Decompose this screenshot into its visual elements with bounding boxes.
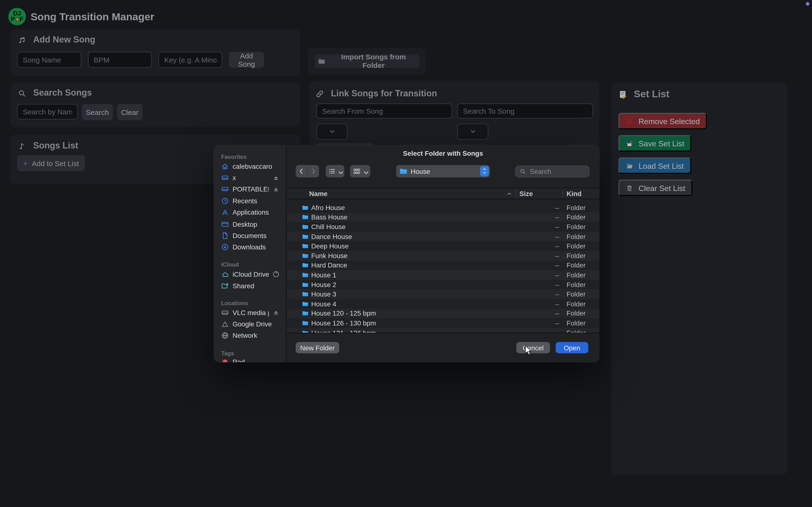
favorites-label: Favorites xyxy=(221,154,247,160)
import-songs-button[interactable]: Import Songs from Folder xyxy=(315,54,419,68)
song-name-input[interactable] xyxy=(17,52,82,68)
file-row[interactable]: Dance House -- Folder xyxy=(287,232,599,241)
sidebar-item[interactable]: calebvaccaro xyxy=(214,160,286,172)
eject-icon[interactable] xyxy=(272,174,280,181)
search-songs-panel: Search Songs Search Clear xyxy=(10,83,300,127)
file-kind: Folder xyxy=(566,319,586,327)
search-from-song-input[interactable] xyxy=(316,104,452,119)
dialog-footer: New Folder Cancel Open xyxy=(287,333,599,362)
file-name: House 1 xyxy=(311,271,337,279)
column-name[interactable]: Name xyxy=(309,190,327,198)
eject-icon[interactable] xyxy=(272,186,280,193)
file-name: Deep House xyxy=(311,242,349,250)
chevron-down-icon xyxy=(337,169,342,174)
sidebar-item[interactable]: Network xyxy=(214,330,286,342)
set-list-button[interactable]: Save Set List xyxy=(618,135,692,152)
file-row[interactable]: Afro House -- Folder xyxy=(287,203,599,213)
dialog-search-input[interactable] xyxy=(529,167,585,176)
file-row[interactable]: Hard Dance -- Folder xyxy=(287,261,599,270)
sidebar-item[interactable]: iCloud Drive xyxy=(214,269,286,280)
sidebar-item[interactable]: x xyxy=(214,172,286,183)
file-kind: Folder xyxy=(566,271,586,279)
sidebar-item[interactable]: Shared xyxy=(214,280,286,292)
set-list-button-icon xyxy=(626,184,633,192)
sidebar-item[interactable]: Google Drive xyxy=(214,319,286,330)
add-to-set-list-button[interactable]: + Add to Set List xyxy=(17,155,85,171)
location-popup[interactable]: House xyxy=(396,165,490,177)
popup-stepper-icon xyxy=(480,166,489,176)
new-folder-button[interactable]: New Folder xyxy=(296,342,339,353)
file-name: Afro House xyxy=(311,204,345,212)
dialog-title: Select Folder with Songs xyxy=(287,150,599,157)
sidebar-item[interactable]: PORTABLEB... xyxy=(214,183,286,195)
chevron-left-icon xyxy=(298,168,305,175)
bpm-input[interactable] xyxy=(88,52,152,68)
sidebar-item[interactable]: Documents xyxy=(214,230,286,241)
key-input[interactable] xyxy=(158,52,222,68)
set-list-button[interactable]: Clear Set List xyxy=(618,180,693,196)
sidebar-item-tag[interactable]: Red xyxy=(214,356,286,362)
sidebar-item[interactable]: Desktop xyxy=(214,218,286,230)
sidebar-item[interactable]: Downloads xyxy=(214,241,286,253)
add-new-song-heading: Add New Song xyxy=(33,35,95,45)
search-to-song-input[interactable] xyxy=(457,104,593,119)
location-popup-value: House xyxy=(411,167,480,175)
sidebar-item[interactable]: VLC media pl... xyxy=(214,307,286,319)
sidebar-item[interactable]: Recents xyxy=(214,195,286,207)
file-row[interactable]: Deep House -- Folder xyxy=(287,241,599,251)
chevron-down-icon xyxy=(329,128,336,135)
file-kind: Folder xyxy=(566,232,586,240)
search-by-name-input[interactable] xyxy=(17,104,78,119)
file-row[interactable]: House 120 - 125 bpm -- Folder xyxy=(287,308,599,318)
set-list-panel: Set List Remove Selected Save Set List L… xyxy=(611,83,788,475)
sidebar-item-label: calebvaccaro xyxy=(233,162,272,170)
file-picker-dialog: Favorites calebvaccaro x PORTABLEB... xyxy=(214,145,599,362)
music-notes-icon xyxy=(18,36,27,44)
sidebar-item-label: Google Drive xyxy=(233,320,272,328)
file-size: -- xyxy=(516,290,559,298)
sidebar-item-icon xyxy=(221,270,229,278)
grid-view-button[interactable] xyxy=(350,165,370,177)
sidebar-item-label: Network xyxy=(233,332,257,340)
back-button[interactable] xyxy=(296,165,307,177)
open-button[interactable]: Open xyxy=(556,342,588,353)
file-row[interactable]: Bass House -- Folder xyxy=(287,213,599,222)
sidebar-item-icon xyxy=(221,320,229,328)
set-list-button[interactable]: Load Set List xyxy=(618,157,691,174)
from-song-select[interactable] xyxy=(316,124,348,139)
app-window: DJ P F Song Transition Manager Add New S… xyxy=(0,0,812,507)
file-row[interactable]: Funk House -- Folder xyxy=(287,251,599,261)
plus-icon: + xyxy=(23,159,28,168)
dialog-sidebar: Favorites calebvaccaro x PORTABLEB... xyxy=(214,145,286,362)
eject-icon[interactable] xyxy=(272,309,280,316)
file-size: -- xyxy=(516,232,559,240)
column-kind[interactable]: Kind xyxy=(566,190,581,198)
set-list-button-label: Save Set List xyxy=(639,139,684,148)
add-new-song-panel: Add New Song Add Song xyxy=(10,30,300,75)
file-size: -- xyxy=(516,309,559,317)
file-row[interactable]: House 126 - 130 bpm -- Folder xyxy=(287,318,599,328)
to-song-select[interactable] xyxy=(457,124,489,139)
set-list-button[interactable]: Remove Selected xyxy=(618,113,707,129)
file-row[interactable]: House 3 -- Folder xyxy=(287,289,599,299)
dialog-search-field[interactable] xyxy=(515,166,589,177)
tags-label: Tags xyxy=(221,350,234,356)
sidebar-item[interactable]: Applications xyxy=(214,207,286,218)
favorites-list: calebvaccaro x PORTABLEB... Recents xyxy=(214,160,286,253)
sidebar-item-icon xyxy=(221,232,229,239)
sidebar-item-label: Documents xyxy=(233,232,266,239)
file-row[interactable]: House 131 - 136 bpm -- Folder xyxy=(287,328,599,333)
search-button[interactable]: Search xyxy=(82,104,113,120)
file-row[interactable]: House 4 -- Folder xyxy=(287,299,599,308)
file-row[interactable]: House 2 -- Folder xyxy=(287,280,599,289)
add-song-button[interactable]: Add Song xyxy=(229,52,264,68)
forward-button[interactable] xyxy=(308,165,319,177)
file-row[interactable]: Chill House -- Folder xyxy=(287,222,599,232)
file-row[interactable]: House 1 -- Folder xyxy=(287,270,599,280)
folder-icon xyxy=(302,224,309,230)
column-size[interactable]: Size xyxy=(519,190,533,198)
clear-button[interactable]: Clear xyxy=(117,104,142,120)
list-view-button[interactable] xyxy=(326,165,344,177)
sync-progress-icon xyxy=(272,271,280,278)
music-note-icon xyxy=(18,142,27,150)
